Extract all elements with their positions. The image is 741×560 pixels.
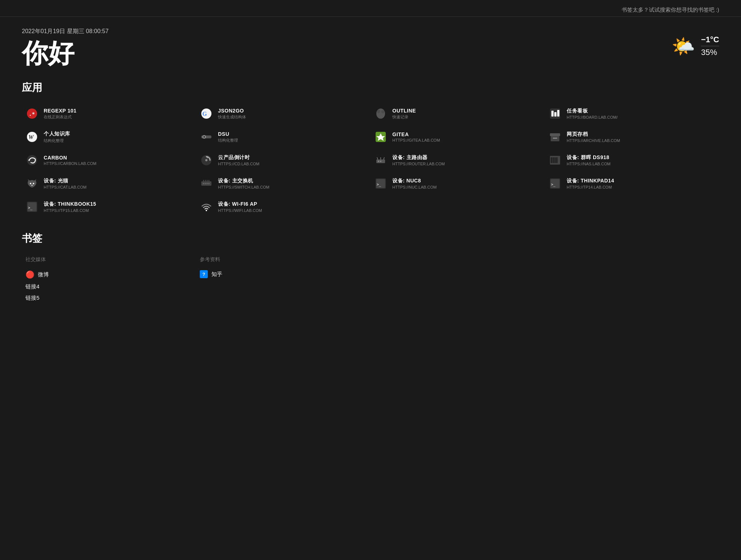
nuc8-icon: >_ (374, 177, 387, 190)
svg-line-29 (384, 157, 384, 159)
weibo-label: 微博 (38, 271, 49, 278)
nas-icon (548, 154, 562, 167)
svg-point-26 (378, 161, 379, 162)
apps-grid: .* REGEXP 101 在线正则表达式 G JSON2GO 快速生成结构体 (22, 102, 719, 218)
outline-icon (374, 107, 387, 120)
app-dsu[interactable]: DSU 结构化整理 (196, 125, 370, 149)
router-name: 设备: 主路由器 (392, 154, 445, 161)
regexp101-text: REGEXP 101 在线正则表达式 (44, 108, 76, 120)
svg-text:>_: >_ (28, 206, 33, 210)
weather-humidity: 35% (701, 46, 717, 57)
svg-text:.*: .* (29, 111, 35, 117)
weibo-icon: 🔴 (25, 270, 34, 279)
bookmark-link4[interactable]: 链接4 (25, 281, 193, 292)
app-cat[interactable]: 设备: 光猫 HTTPS://CAT.LAB.COM (22, 172, 196, 195)
dsu-sub: 结构化整理 (218, 138, 238, 143)
app-wiki[interactable]: W 个人知识库 结构化整理 (22, 125, 196, 149)
carbon-icon (25, 154, 39, 167)
app-outline[interactable]: OUTLINE 快速记录 (370, 102, 545, 125)
thinkpad14-icon: >_ (548, 177, 562, 190)
zhihu-label: 知乎 (211, 271, 222, 278)
svg-point-39 (203, 183, 204, 184)
dsu-text: DSU 结构化整理 (218, 131, 238, 143)
wiki-sub: 结构化整理 (44, 138, 70, 143)
datetime: 2022年01月19日 星期三 08:00:57 (22, 28, 108, 35)
top-bar: 书签太多？试试搜索你想寻找的书签吧 :) (0, 0, 741, 17)
carbon-sub: HTTPS://CARBON.LAB.COM (44, 161, 96, 166)
gitea-text: GITEA HTTPS://GITEA.LAB.COM (392, 131, 440, 142)
svg-rect-9 (554, 112, 556, 117)
switch-text: 设备: 主交换机 HTTPS://SWITCH.LAB.COM (218, 178, 269, 189)
app-nas[interactable]: 设备: 群晖 DS918 HTTPS://NAS.LAB.COM (545, 149, 719, 172)
archive-text: 网页存档 HTTPS://ARCHIVE.LAB.COM (567, 131, 620, 143)
json2go-name: JSON2GO (218, 108, 246, 114)
gitea-name: GITEA (392, 131, 440, 137)
search-hint: 书签太多？试试搜索你想寻找的书签吧 :) (622, 7, 719, 13)
nas-name: 设备: 群晖 DS918 (567, 154, 610, 161)
wiki-text: 个人知识库 结构化整理 (44, 131, 70, 143)
json2go-sub: 快速生成结构体 (218, 114, 246, 120)
bookmark-weibo[interactable]: 🔴 微博 (25, 268, 193, 281)
board-sub: HTTPS://BOARD.LAB.COM/ (567, 115, 618, 119)
bookmark-zhihu[interactable]: ? 知乎 (200, 268, 367, 280)
outline-name: OUTLINE (392, 108, 416, 114)
weather-temp: −1°C (701, 35, 719, 46)
carbon-text: CARBON HTTPS://CARBON.LAB.COM (44, 155, 96, 166)
app-nuc8[interactable]: >_ 设备: NUC8 HTTPS://NUC.LAB.COM (370, 172, 545, 195)
regexp101-name: REGEXP 101 (44, 108, 76, 114)
app-wifi[interactable]: 设备: WI-FI6 AP HTTPS://WIFI.LAB.COM (196, 195, 370, 218)
svg-point-24 (205, 159, 207, 161)
cd-text: 云产品倒计时 HTTPS://CD.LAB.COM (218, 154, 259, 166)
bookmarks-section-title: 书签 (22, 232, 719, 245)
weather-info: −1°C 35% (701, 35, 719, 57)
app-gitea[interactable]: GITEA HTTPS://GITEA.LAB.COM (370, 125, 545, 149)
app-cd[interactable]: 云产品倒计时 HTTPS://CD.LAB.COM (196, 149, 370, 172)
wiki-name: 个人知识库 (44, 131, 70, 137)
app-carbon[interactable]: CARBON HTTPS://CARBON.LAB.COM (22, 149, 196, 172)
svg-text:>_: >_ (377, 182, 381, 187)
app-regexp101[interactable]: .* REGEXP 101 在线正则表达式 (22, 102, 196, 125)
svg-text:G: G (202, 111, 207, 117)
wifi-icon (200, 200, 213, 213)
tp15-icon: >_ (25, 200, 39, 213)
thinkpad14-text: 设备: THINKPAD14 HTTPS://TP14.LAB.COM (567, 178, 614, 189)
wiki-icon: W (25, 130, 39, 143)
svg-rect-19 (553, 138, 557, 139)
app-json2go[interactable]: G JSON2GO 快速生成结构体 (196, 102, 370, 125)
social-category-title: 社交媒体 (25, 256, 193, 263)
header-left: 2022年01月19日 星期三 08:00:57 你好 (22, 28, 108, 68)
svg-rect-34 (554, 157, 556, 163)
svg-rect-8 (551, 111, 554, 117)
nuc8-sub: HTTPS://NUC.LAB.COM (392, 185, 437, 189)
svg-rect-33 (552, 157, 554, 163)
app-tp15[interactable]: >_ 设备: THINKBOOK15 HTTPS://TP15.LAB.COM (22, 195, 196, 218)
cat-sub: HTTPS://CAT.LAB.COM (44, 185, 87, 189)
svg-point-40 (205, 183, 206, 184)
json2go-icon: G (200, 107, 213, 120)
dsu-name: DSU (218, 131, 238, 137)
cd-icon (200, 154, 213, 167)
app-router[interactable]: 设备: 主路由器 HTTPS://ROUTER.LAB.COM (370, 149, 545, 172)
svg-point-36 (30, 183, 31, 184)
wifi-text: 设备: WI-FI6 AP HTTPS://WIFI.LAB.COM (218, 201, 262, 213)
board-text: 任务看板 HTTPS://BOARD.LAB.COM/ (567, 108, 618, 119)
cd-sub: HTTPS://CD.LAB.COM (218, 162, 259, 166)
dsu-icon (200, 130, 213, 143)
cat-name: 设备: 光猫 (44, 178, 87, 184)
svg-rect-10 (557, 110, 559, 117)
svg-point-42 (208, 183, 210, 184)
gitea-sub: HTTPS://GITEA.LAB.COM (392, 138, 440, 142)
bookmark-link5[interactable]: 链接5 (25, 292, 193, 304)
app-board[interactable]: 任务看板 HTTPS://BOARD.LAB.COM/ (545, 102, 719, 125)
carbon-name: CARBON (44, 155, 96, 161)
switch-sub: HTTPS://SWITCH.LAB.COM (218, 185, 269, 189)
svg-point-21 (28, 159, 30, 161)
regexp-icon: .* (25, 107, 39, 120)
board-name: 任务看板 (567, 108, 618, 114)
app-switch[interactable]: 设备: 主交换机 HTTPS://SWITCH.LAB.COM (196, 172, 370, 195)
app-thinkpad14[interactable]: >_ 设备: THINKPAD14 HTTPS://TP14.LAB.COM (545, 172, 719, 195)
svg-point-5 (377, 110, 380, 113)
svg-line-28 (377, 157, 378, 159)
greeting: 你好 (22, 39, 108, 68)
app-archive[interactable]: 网页存档 HTTPS://ARCHIVE.LAB.COM (545, 125, 719, 149)
